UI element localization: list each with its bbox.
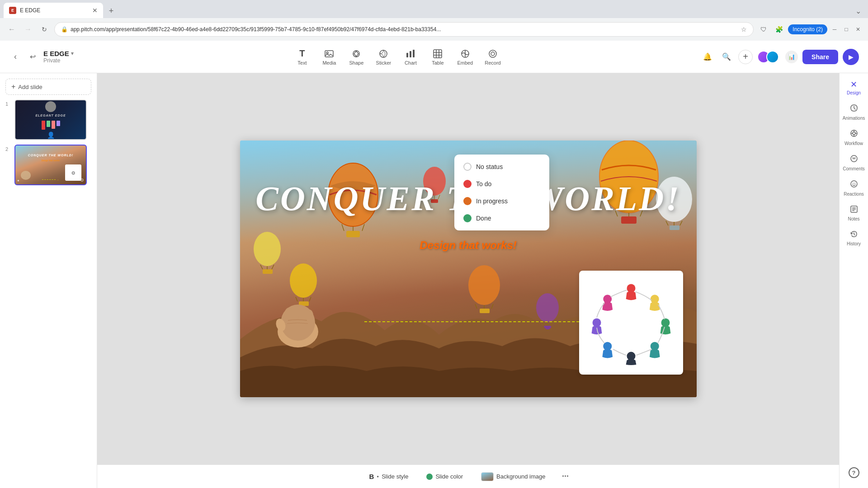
tab-close-icon[interactable]: ✕ bbox=[92, 7, 98, 14]
tool-sticker[interactable]: Sticker bbox=[370, 46, 396, 68]
tool-chart[interactable]: Chart bbox=[397, 46, 424, 68]
profile-button[interactable]: Incognito (2) bbox=[788, 24, 827, 34]
svg-point-80 bbox=[853, 157, 854, 158]
slide-item-2[interactable]: 2 CONQUER THE WORLD! Design that works! … bbox=[5, 145, 91, 185]
tool-text[interactable]: T Text bbox=[289, 46, 315, 68]
slide-style-item[interactable]: B ● Slide style bbox=[364, 470, 413, 483]
dropdown-icon: ▾ bbox=[71, 51, 74, 56]
right-tool-workflow[interactable]: Workflow bbox=[841, 125, 867, 150]
chart-icon bbox=[405, 48, 416, 59]
no-status-dot bbox=[463, 163, 472, 171]
back-nav-button[interactable]: ← bbox=[5, 23, 18, 36]
slide-thumb-1[interactable]: ELEGANT EDGE 👤 bbox=[14, 99, 87, 140]
reload-button[interactable]: ↻ bbox=[38, 23, 51, 36]
svg-point-81 bbox=[854, 157, 855, 158]
extensions-area: 🛡 🧩 Incognito (2) ─ □ ✕ bbox=[757, 23, 863, 36]
done-dot bbox=[463, 214, 472, 222]
search-button[interactable]: 🔍 bbox=[719, 50, 734, 64]
hand-graphic bbox=[271, 300, 325, 350]
address-bar[interactable]: 🔒 app.pitch.com/app/presentation/58f67c2… bbox=[54, 22, 754, 37]
url-text: app.pitch.com/app/presentation/58f67c22-… bbox=[71, 26, 738, 33]
tab-favicon: E bbox=[9, 7, 16, 14]
active-tab[interactable]: E E EDGE ✕ bbox=[4, 3, 103, 18]
slide-style-label: Slide style bbox=[382, 473, 408, 480]
minimize-icon[interactable]: ─ bbox=[830, 25, 839, 34]
done-label: Done bbox=[476, 215, 491, 222]
right-tool-design[interactable]: ✕ Design bbox=[841, 76, 867, 99]
more-options-button[interactable]: ··· bbox=[559, 470, 572, 483]
background-image-item[interactable]: Background image bbox=[476, 469, 550, 484]
forward-nav-button[interactable]: → bbox=[22, 23, 34, 36]
svg-point-15 bbox=[491, 52, 495, 56]
help-icon: ? bbox=[849, 467, 859, 478]
close-window-icon[interactable]: ✕ bbox=[854, 25, 863, 34]
tool-sticker-label: Sticker bbox=[376, 60, 392, 66]
extensions-icon[interactable]: 🧩 bbox=[773, 23, 785, 36]
media-icon bbox=[324, 48, 335, 59]
status-option-to-do[interactable]: To do bbox=[458, 175, 546, 192]
tool-table[interactable]: Table bbox=[425, 46, 451, 68]
tool-media[interactable]: Media bbox=[316, 46, 342, 68]
status-option-no-status[interactable]: No status bbox=[458, 158, 546, 175]
svg-point-63 bbox=[305, 310, 313, 321]
play-button[interactable]: ▶ bbox=[843, 49, 859, 65]
shield-icon[interactable]: 🛡 bbox=[757, 23, 770, 36]
browser-toolbar: ← → ↻ 🔒 app.pitch.com/app/presentation/5… bbox=[0, 18, 868, 41]
to-do-dot bbox=[463, 180, 472, 188]
comments-label: Comments bbox=[843, 166, 864, 171]
add-button[interactable]: + bbox=[738, 50, 753, 64]
slide-number-2: 2 bbox=[5, 145, 12, 152]
status-option-in-progress[interactable]: In progress bbox=[458, 192, 546, 210]
slide-thumb-2[interactable]: CONQUER THE WORLD! Design that works! ⊙ … bbox=[14, 145, 87, 185]
toolbar-center: T Text Media bbox=[102, 46, 693, 68]
right-tool-help[interactable]: ? bbox=[841, 464, 867, 482]
design-label: Design bbox=[847, 90, 861, 95]
bookmark-icon[interactable]: ☆ bbox=[741, 26, 747, 33]
tool-shape-label: Shape bbox=[349, 60, 363, 66]
animations-icon bbox=[849, 103, 859, 115]
tool-shape[interactable]: Shape bbox=[343, 46, 369, 68]
right-tool-comments[interactable]: Comments bbox=[841, 150, 867, 175]
svg-point-74 bbox=[853, 132, 855, 135]
main-area: + Add slide 1 ELEGANT EDGE 👤 bbox=[0, 73, 868, 488]
background-image-label: Background image bbox=[496, 473, 545, 480]
tab-bar: E E EDGE ✕ + ⌄ bbox=[0, 0, 868, 18]
circle-group-panel[interactable] bbox=[579, 271, 683, 375]
share-button[interactable]: Share bbox=[802, 50, 838, 64]
bold-b-icon: B bbox=[369, 473, 374, 480]
tool-record[interactable]: Record bbox=[479, 46, 506, 68]
status-option-done[interactable]: Done bbox=[458, 210, 546, 227]
new-tab-button[interactable]: + bbox=[105, 5, 118, 17]
slide2-gear-icon: ⚙ bbox=[80, 178, 84, 183]
slide-color-item[interactable]: Slide color bbox=[422, 470, 467, 483]
slide-color-label: Slide color bbox=[435, 473, 463, 480]
undo-button[interactable]: ↩ bbox=[26, 51, 39, 63]
slide-color-dot bbox=[426, 474, 433, 480]
tab-title: E EDGE bbox=[20, 7, 89, 14]
notification-button[interactable]: 🔔 bbox=[700, 50, 715, 64]
lock-icon: 🔒 bbox=[61, 26, 68, 33]
right-tool-animations[interactable]: Animations bbox=[841, 100, 867, 124]
add-slide-button[interactable]: + Add slide bbox=[5, 79, 91, 95]
add-slide-plus-icon: + bbox=[11, 83, 15, 91]
back-button[interactable]: ‹ bbox=[9, 51, 22, 63]
left-sidebar: + Add slide 1 ELEGANT EDGE 👤 bbox=[0, 73, 97, 488]
collab-chart-icon[interactable]: 📊 bbox=[785, 51, 798, 63]
tab-overflow-icon[interactable]: ⌄ bbox=[852, 5, 864, 17]
right-tool-notes[interactable]: Notes bbox=[841, 201, 867, 225]
browser-chrome: E E EDGE ✕ + ⌄ ← → ↻ 🔒 app.pitch.com/app… bbox=[0, 0, 868, 41]
sticker-icon bbox=[378, 48, 389, 59]
project-name[interactable]: E EDGE ▾ bbox=[43, 50, 74, 57]
svg-point-82 bbox=[851, 181, 857, 187]
right-tool-reactions[interactable]: Reactions bbox=[841, 176, 867, 200]
maximize-icon[interactable]: □ bbox=[842, 25, 851, 34]
tool-embed[interactable]: Embed bbox=[452, 46, 478, 68]
in-progress-label: In progress bbox=[476, 197, 508, 205]
right-tool-history[interactable]: History bbox=[841, 226, 867, 250]
svg-point-83 bbox=[853, 183, 854, 184]
svg-rect-5 bbox=[410, 51, 411, 57]
slide-item-1[interactable]: 1 ELEGANT EDGE 👤 bbox=[5, 99, 91, 140]
bg-swatch bbox=[481, 472, 494, 481]
status-dropdown: No status To do In progress Done bbox=[454, 155, 549, 230]
svg-rect-7 bbox=[434, 50, 442, 58]
